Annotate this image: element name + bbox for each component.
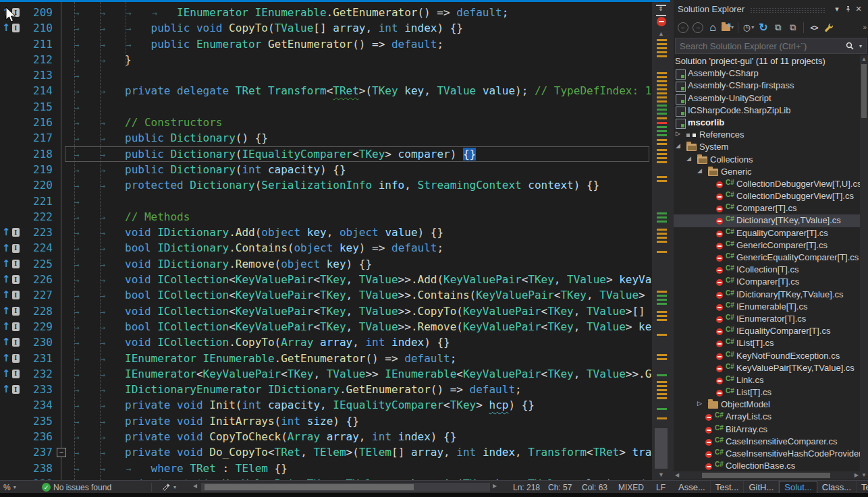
code-line-234[interactable]: 234private void Init(int capacity, IEqua… [0,397,652,413]
tree-item-collections[interactable]: ◢Collections [674,154,860,166]
code-line-228[interactable]: ↑I228void ICollection<KeyValuePair<TKey,… [0,303,652,319]
tree-item-solution-project-gui-11-of-11-projects[interactable]: Solution 'project-gui' (11 of 11 project… [674,55,860,67]
scroll-right-arrow-icon[interactable]: ▶ [493,483,497,489]
horizontal-scrollbar-thumb[interactable] [205,484,414,490]
code-line-235[interactable]: 235private void InitArrays(int size) {} [0,413,652,429]
code-line-220[interactable]: 220protected Dictionary(SerializationInf… [0,177,652,193]
split-editor-handle-icon[interactable] [656,5,666,16]
tree-item-icomparer-t-cs[interactable]: C#IComparer[T].cs [674,276,860,288]
tree-item-objectmodel[interactable]: ▷ObjectModel [674,399,860,411]
tree-item-mscorlib[interactable]: mscorlib [674,117,860,129]
code-line-222[interactable]: 222// Methods [0,209,652,225]
implements-margin-icon[interactable]: ↑I [2,303,20,319]
collapse-arrow-icon[interactable]: ◢ [697,167,702,174]
search-input[interactable] [676,41,844,51]
code-line-209[interactable]: ↑I209IEnumerator IEnumerable.GetEnumerat… [0,5,652,20]
tree-item-ienumerator-t-cs[interactable]: C#IEnumerator[T].cs [674,313,860,325]
expand-arrow-icon[interactable]: ▷ [697,400,702,407]
search-options-icon[interactable]: ▾ [855,40,866,51]
properties-button[interactable] [822,20,836,35]
tree-item-genericcomparer-t-cs[interactable]: C#GenericComparer[T].cs [674,239,860,252]
tree-item-icollection-t-cs[interactable]: C#ICollection[T].cs [674,264,860,276]
tree-item-caseinsensitivecomparer-cs[interactable]: C#CaseInsensitiveComparer.cs [674,436,860,448]
tree-item-generic[interactable]: ◢Generic [674,166,860,178]
code-line-214[interactable]: 214private delegate TRet Transform<TRet>… [0,83,652,98]
code-line-238[interactable]: 238where TRet : TElem {} [0,461,652,476]
panel-tab-asse[interactable]: Asse... [674,481,711,494]
collapse-region-icon[interactable]: − [57,448,66,457]
code-line-230[interactable]: ↑I230void ICollection.CopyTo(Array array… [0,334,652,350]
code-line-227[interactable]: ↑I227bool ICollection<KeyValuePair<TKey,… [0,287,652,303]
solution-explorer-titlebar[interactable]: Solution Explorer ▾ ✕ [674,0,868,18]
panel-tab-class[interactable]: Class... [817,481,857,494]
column-indicator[interactable]: Col: 63 [582,481,607,494]
implements-margin-icon[interactable]: ↑I [2,256,20,272]
scroll-up-arrow-icon[interactable]: ▲ [860,56,868,62]
tree-item-iequalitycomparer-t-cs[interactable]: C#IEqualityComparer[T].cs [674,325,860,337]
tree-item-arraylist-cs[interactable]: C#ArrayList.cs [674,411,860,423]
vertical-scrollbar-thumb[interactable] [861,64,867,118]
nest-related-files-button[interactable]: ⧉ [771,20,785,35]
code-line-215[interactable]: 215 [0,99,652,115]
tree-item-ienumerable-t-cs[interactable]: C#IEnumerable[T].cs [674,301,860,313]
panel-tab-gith[interactable]: GitH... [744,481,779,494]
tree-item-genericequalitycomparer-t-cs[interactable]: C#GenericEqualityComparer[T].cs [674,252,860,264]
home-button[interactable]: ⌂ [706,20,720,35]
code-line-232[interactable]: ↑I232IEnumerator<KeyValuePair<TKey, TVal… [0,366,652,382]
tree-item-references[interactable]: ▷References [674,129,860,141]
code-line-236[interactable]: 236private void CopyToCheck(Array array,… [0,429,652,444]
encoding-indicator[interactable]: MIXED [618,481,644,494]
editor-scrollbar-map[interactable]: ▲ ▼ [652,2,670,480]
code-line-216[interactable]: 216// Constructors [0,115,652,130]
code-line-212[interactable]: 212} [0,52,652,67]
scroll-left-arrow-icon[interactable]: ◀ [193,483,197,489]
pin-icon[interactable] [842,3,853,14]
zoom-control[interactable]: % ▾ [3,481,16,494]
code-editor[interactable]: ↑I209IEnumerator IEnumerable.GetEnumerat… [0,2,652,480]
tree-item-assembly-unityscript[interactable]: Assembly-UnityScript [674,92,860,105]
code-cleanup-button[interactable]: ▾ [162,481,176,494]
tree-item-equalitycomparer-t-cs[interactable]: C#EqualityComparer[T].cs [674,227,860,239]
implements-margin-icon[interactable]: ↑I [2,351,20,366]
tree-item-dictionary-tkey-tvalue-cs[interactable]: C#Dictionary[TKey,TValue].cs [674,214,860,227]
code-line-237[interactable]: 237private void Do_CopyTo<TRet, TElem>(T… [0,444,652,460]
tree-item-bitarray-cs[interactable]: C#BitArray.cs [674,423,860,436]
code-line-225[interactable]: ↑I225void IDictionary.Remove(object key)… [0,256,652,272]
implements-margin-icon[interactable]: ↑I [2,240,20,256]
code-line-219[interactable]: 219public Dictionary(int capacity) {} [0,162,652,177]
tree-item-comparer-t-cs[interactable]: C#Comparer[T].cs [674,202,860,214]
tree-item-assembly-csharp-firstpass[interactable]: Assembly-CSharp-firstpass [674,80,860,92]
char-indicator[interactable]: Ch: 57 [548,481,572,494]
pending-changes-filter-button[interactable]: ◷▾ [742,20,755,35]
tree-item-list-t-cs[interactable]: C#List[T].cs [674,386,860,399]
implements-margin-icon[interactable]: ↑I [2,272,20,287]
implements-margin-icon[interactable]: ↑I [2,334,20,350]
implements-margin-icon[interactable]: ↑I [2,319,20,334]
tree-item-system[interactable]: ◢System [674,141,860,153]
window-position-icon[interactable]: ▾ [832,3,842,14]
code-line-224[interactable]: ↑I224bool IDictionary.Contains(object ke… [0,240,652,256]
line-ending-indicator[interactable]: LF [656,481,666,494]
document-health-indicator-icon[interactable] [657,17,666,26]
code-line-233[interactable]: ↑I233IDictionaryEnumerator IDictionary.G… [0,382,652,397]
forward-button[interactable]: → [691,20,705,35]
tree-item-caseinsensitivehashcodeprovider-cs[interactable]: C#CaseInsensitiveHashCodeProvider.cs [674,448,860,460]
refresh-button[interactable]: ↻ [757,20,770,35]
panel-tab-tea[interactable]: Tea... [857,481,868,494]
implements-margin-icon[interactable]: ↑I [2,366,20,382]
tree-horizontal-scrollbar[interactable]: ◀ ▶ [674,471,860,479]
view-code-button[interactable]: <> [807,20,821,35]
code-line-213[interactable]: 213 [0,67,652,83]
vertical-scrollbar-thumb[interactable] [655,428,668,469]
editor-horizontal-scrollbar[interactable] [201,483,490,492]
tree-item-collectionbase-cs[interactable]: C#CollectionBase.cs [674,460,860,471]
horizontal-scrollbar-thumb[interactable] [702,473,830,478]
search-box[interactable]: ▾ [675,38,867,54]
code-line-217[interactable]: 217public Dictionary() {} [0,130,652,146]
code-line-210[interactable]: ↑I210public void CopyTo(TValue[] array, … [0,20,652,36]
code-line-231[interactable]: ↑I231IEnumerator IEnumerable.GetEnumerat… [0,351,652,366]
scroll-left-arrow-icon[interactable]: ◀ [675,472,679,478]
tree-item-idictionary-tkey-tvalue-cs[interactable]: C#IDictionary[TKey,TValue].cs [674,289,860,301]
scroll-up-arrow-icon[interactable]: ▲ [652,30,670,37]
implements-margin-icon[interactable]: ↑I [2,287,20,303]
